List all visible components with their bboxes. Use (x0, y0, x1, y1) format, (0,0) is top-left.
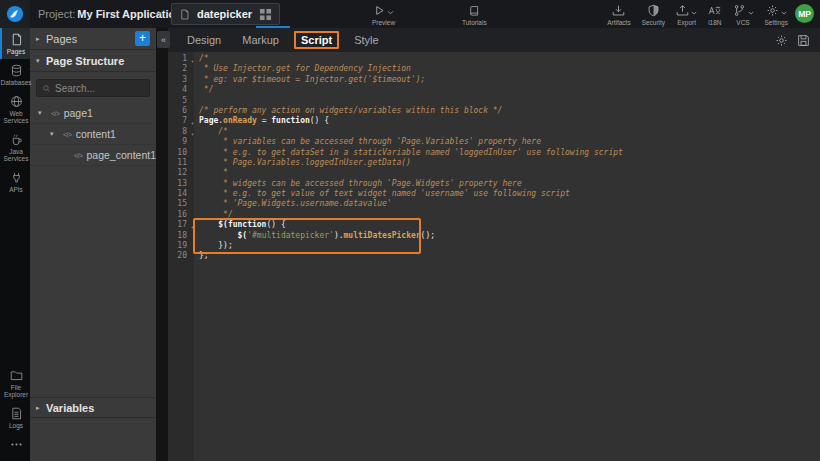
rail-item-label: Java Services (2, 148, 30, 162)
code-line[interactable] (199, 96, 820, 106)
widget-code-icon: </> (63, 131, 72, 138)
pages-header-label: Pages (46, 33, 135, 45)
grid-toggle-icon[interactable] (259, 8, 272, 21)
line-number-gutter: 1▾234567▾8▾91011121314151617▾181920 (168, 52, 194, 461)
caret-right-icon[interactable]: ▸ (36, 404, 45, 412)
collapse-panel-button[interactable]: « (157, 31, 170, 48)
rail-item-databases[interactable]: Databases (0, 59, 30, 90)
user-avatar[interactable]: MP (795, 4, 814, 23)
pages-panel-header[interactable]: ▸ Pages + (30, 28, 156, 50)
line-number: 5 (168, 96, 194, 106)
tab-markup[interactable]: Markup (236, 32, 285, 48)
code-editor[interactable]: 1▾234567▾8▾91011121314151617▾181920 /* *… (168, 52, 820, 461)
save-icon[interactable] (797, 34, 810, 47)
rail-item-file-explorer[interactable]: File Explorer (0, 364, 30, 402)
security-button[interactable]: Security (642, 4, 665, 26)
db-icon (10, 64, 23, 77)
cup-icon (10, 133, 23, 146)
rail-item-apis[interactable]: APIs (0, 166, 30, 197)
shield-icon (647, 4, 660, 17)
tray-up-icon (676, 4, 689, 17)
rail-spacer (0, 197, 30, 364)
page-structure-label: Page Structure (46, 55, 150, 67)
ide-window: Project: My First Application › datepick… (0, 0, 820, 461)
code-line[interactable]: * Use Injector.get for Dependency Inject… (199, 64, 820, 74)
rail-item-pages[interactable]: Pages (0, 28, 30, 59)
preview-button[interactable]: Preview (372, 4, 395, 26)
security-label: Security (642, 19, 665, 26)
export-button[interactable]: Export (676, 4, 697, 26)
code-line[interactable]: * Page.Variables.loggedInUser.getData() (199, 158, 820, 168)
caret-down-icon[interactable]: ▾ (50, 130, 59, 138)
line-number: 11 (168, 158, 194, 168)
tab-script[interactable]: Script (294, 31, 339, 49)
code-line[interactable]: Page.onReady = function() { (199, 116, 820, 126)
code-line[interactable]: * e.g. to get dataSet in a staticVariabl… (199, 148, 820, 158)
structure-search[interactable] (36, 79, 150, 97)
code-line[interactable]: * 'Page.Widgets.username.datavalue' (199, 199, 820, 209)
rail-bottom-group: File ExplorerLogs (0, 364, 30, 461)
caret-down-icon[interactable]: ▾ (36, 57, 45, 65)
project-label: Project: (38, 8, 75, 20)
page-tab-datepicker[interactable]: datepicker (171, 3, 280, 25)
top-bar: Project: My First Application › datepick… (0, 0, 820, 28)
vcs-button[interactable]: VCS (733, 4, 754, 26)
caret-down-icon[interactable]: ▾ (38, 109, 47, 117)
editor-tab-bar: DesignMarkupScriptStyle (168, 28, 820, 52)
line-number: 19 (168, 241, 194, 251)
widget-code-icon: </> (74, 152, 83, 159)
topbar-tools: ArtifactsSecurityExporti18NVCSSettings (607, 4, 788, 26)
i18n-button[interactable]: i18N (708, 4, 721, 26)
code-line[interactable]: /* perform any action on widgets/variabl… (199, 106, 820, 116)
line-number: 12 (168, 168, 194, 178)
tree-item-page_content1[interactable]: </>page_content1 (30, 145, 156, 166)
app-logo[interactable] (0, 0, 30, 28)
rail-top-group: PagesDatabasesWeb ServicesJava ServicesA… (0, 28, 30, 197)
editor-tabs: DesignMarkupScriptStyle (181, 31, 394, 49)
tutorials-button[interactable]: Tutorials (462, 4, 487, 26)
rail-item-logs[interactable]: Logs (0, 402, 30, 433)
code-line[interactable]: * e.g. to get value of text widget named… (199, 189, 820, 199)
rail-item-more[interactable] (0, 433, 30, 455)
code-pane[interactable]: /* * Use Injector.get for Dependency Inj… (194, 52, 820, 461)
settings-button[interactable]: Settings (765, 4, 789, 26)
line-number: 3 (168, 75, 194, 85)
rail-item-web-services[interactable]: Web Services (0, 90, 30, 128)
code-line[interactable]: * widgets can be accessed through 'Page.… (199, 179, 820, 189)
artifacts-label: Artifacts (607, 19, 630, 26)
plug-icon (10, 171, 23, 184)
breadcrumb-separator: › (157, 5, 161, 20)
code-line[interactable]: */ (199, 85, 820, 95)
rail-item-label: Web Services (2, 110, 30, 124)
page-icon (10, 33, 23, 46)
tab-style[interactable]: Style (348, 32, 384, 48)
artifacts-button[interactable]: Artifacts (607, 4, 630, 26)
code-line[interactable]: /* (199, 127, 820, 137)
line-number: 6 (168, 106, 194, 116)
code-line[interactable]: * eg: var $timeout = Injector.get('$time… (199, 75, 820, 85)
tab-design[interactable]: Design (181, 32, 227, 48)
variables-label: Variables (46, 402, 150, 414)
panel-resizer[interactable] (156, 28, 168, 461)
line-number: 13 (168, 179, 194, 189)
line-number: 18 (168, 231, 194, 241)
chevron-down-icon[interactable] (387, 10, 394, 15)
project-name: My First Application (77, 8, 182, 20)
line-number: 10 (168, 148, 194, 158)
preview-label: Preview (372, 19, 395, 26)
add-page-button[interactable]: + (135, 31, 150, 46)
tree-item-label: content1 (76, 128, 116, 140)
rail-item-java-services[interactable]: Java Services (0, 128, 30, 166)
code-line[interactable]: /* (199, 54, 820, 64)
code-line[interactable]: * variables can be accessed through 'Pag… (199, 137, 820, 147)
rail-item-label: Databases (0, 79, 31, 86)
tray-down-icon (612, 4, 625, 17)
caret-right-icon[interactable]: ▸ (36, 35, 45, 43)
tree-item-page1[interactable]: ▾</>page1 (30, 103, 156, 124)
tree-item-content1[interactable]: ▾</>content1 (30, 124, 156, 145)
code-line[interactable]: * (199, 168, 820, 178)
search-input[interactable] (55, 83, 144, 94)
variables-section-header[interactable]: ▸ Variables (30, 397, 156, 418)
editor-settings-gear-icon[interactable] (775, 34, 788, 47)
page-structure-header[interactable]: ▾ Page Structure (30, 50, 156, 72)
